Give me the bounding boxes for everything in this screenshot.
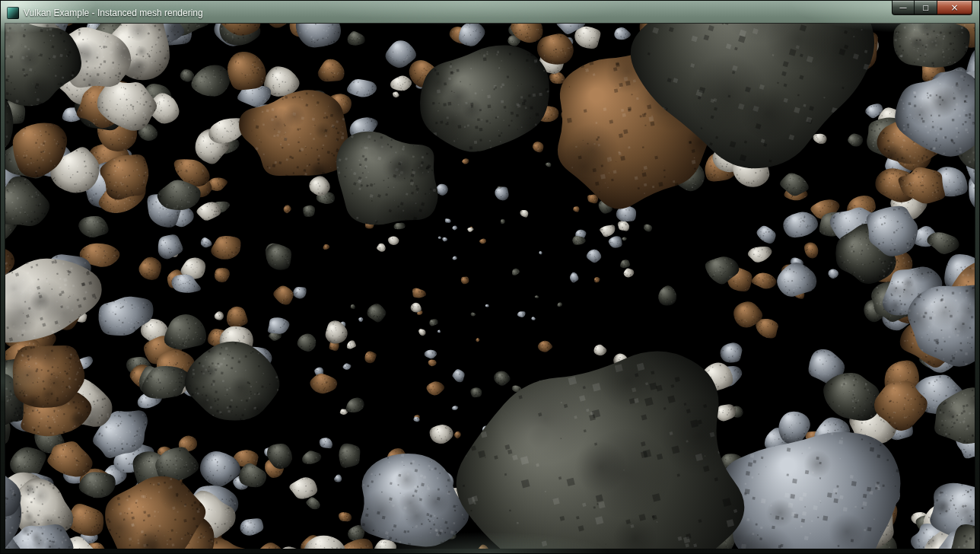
minimize-icon: — xyxy=(899,4,907,11)
minimize-button[interactable]: — xyxy=(892,1,915,15)
app-window: Vulkan Example - Instanced mesh renderin… xyxy=(0,0,980,554)
titlebar[interactable]: Vulkan Example - Instanced mesh renderin… xyxy=(1,1,979,24)
close-icon: × xyxy=(950,3,958,12)
render-viewport[interactable] xyxy=(5,24,975,549)
window-title: Vulkan Example - Instanced mesh renderin… xyxy=(24,8,203,18)
maximize-button[interactable]: □ xyxy=(915,1,937,15)
maximize-icon: □ xyxy=(922,5,929,11)
window-controls: — □ × xyxy=(892,1,972,15)
close-button[interactable]: × xyxy=(937,1,972,15)
render-area xyxy=(5,24,975,549)
app-icon xyxy=(7,7,19,19)
